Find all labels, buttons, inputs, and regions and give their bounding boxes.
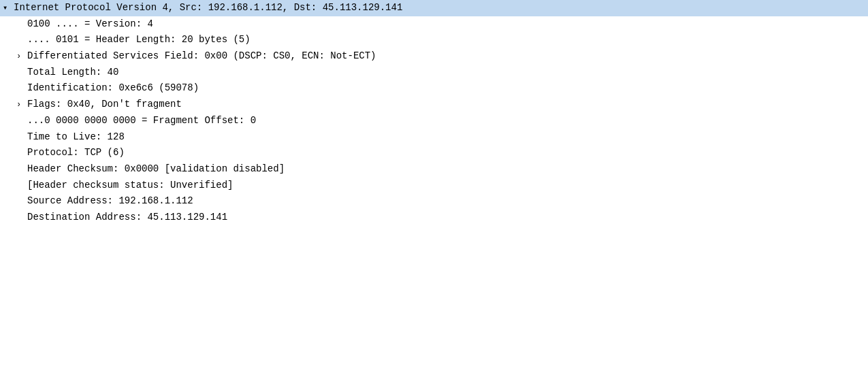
row-content-checksum-status: [Header checksum status: Unverified] xyxy=(16,178,233,193)
row-text-total-length: Total Length: 40 xyxy=(27,67,118,78)
expand-icon[interactable]: › xyxy=(16,99,26,112)
row-content-flags: ›Flags: 0x40, Don't fragment xyxy=(16,97,182,112)
row-text-header-length: .... 0101 = Header Length: 20 bytes (5) xyxy=(27,34,251,45)
row-text-dst-address: Destination Address: 45.113.129.141 xyxy=(27,212,227,223)
row-text-protocol: Protocol: TCP (6) xyxy=(27,147,125,158)
packet-row-version: 0100 .... = Version: 4 xyxy=(0,16,868,33)
packet-row-ipv4-header[interactable]: ▾Internet Protocol Version 4, Src: 192.1… xyxy=(0,0,868,16)
packet-row-src-address: Source Address: 192.168.1.112 xyxy=(0,193,868,210)
expand-icon[interactable]: › xyxy=(16,50,26,63)
packet-row-dscp[interactable]: ›Differentiated Services Field: 0x00 (DS… xyxy=(0,48,868,65)
packet-row-ttl: Time to Live: 128 xyxy=(0,129,868,146)
packet-row-identification: Identification: 0xe6c6 (59078) xyxy=(0,80,868,97)
row-content-dscp: ›Differentiated Services Field: 0x00 (DS… xyxy=(16,49,376,64)
row-content-version: 0100 .... = Version: 4 xyxy=(16,17,153,32)
packet-row-checksum-status: [Header checksum status: Unverified] xyxy=(0,178,868,194)
row-content-total-length: Total Length: 40 xyxy=(16,65,118,80)
row-text-dscp: Differentiated Services Field: 0x00 (DSC… xyxy=(27,50,376,61)
row-content-protocol: Protocol: TCP (6) xyxy=(16,146,125,161)
row-text-ttl: Time to Live: 128 xyxy=(27,131,125,142)
row-text-flags: Flags: 0x40, Don't fragment xyxy=(27,99,182,110)
row-text-version: 0100 .... = Version: 4 xyxy=(27,18,153,29)
row-content-header-checksum: Header Checksum: 0x0000 [validation disa… xyxy=(16,162,285,177)
packet-row-total-length: Total Length: 40 xyxy=(0,65,868,81)
row-text-checksum-status: [Header checksum status: Unverified] xyxy=(27,180,233,191)
row-text-header-checksum: Header Checksum: 0x0000 [validation disa… xyxy=(27,163,285,174)
row-text-fragment-offset: ...0 0000 0000 0000 = Fragment Offset: 0 xyxy=(27,115,256,126)
packet-row-fragment-offset: ...0 0000 0000 0000 = Fragment Offset: 0 xyxy=(0,113,868,129)
row-content-identification: Identification: 0xe6c6 (59078) xyxy=(16,81,199,96)
packet-row-dst-address: Destination Address: 45.113.129.141 xyxy=(0,210,868,226)
row-content-ipv4-header: ▾Internet Protocol Version 4, Src: 192.1… xyxy=(3,1,402,16)
row-content-src-address: Source Address: 192.168.1.112 xyxy=(16,194,193,209)
packet-row-flags[interactable]: ›Flags: 0x40, Don't fragment xyxy=(0,97,868,113)
packet-row-header-length: .... 0101 = Header Length: 20 bytes (5) xyxy=(0,32,868,48)
row-content-header-length: .... 0101 = Header Length: 20 bytes (5) xyxy=(16,33,251,48)
row-content-dst-address: Destination Address: 45.113.129.141 xyxy=(16,210,227,225)
packet-row-header-checksum: Header Checksum: 0x0000 [validation disa… xyxy=(0,161,868,178)
row-content-fragment-offset: ...0 0000 0000 0000 = Fragment Offset: 0 xyxy=(16,114,256,129)
row-text-ipv4-header: Internet Protocol Version 4, Src: 192.16… xyxy=(14,2,402,13)
row-text-identification: Identification: 0xe6c6 (59078) xyxy=(27,82,199,93)
row-content-ttl: Time to Live: 128 xyxy=(16,130,125,145)
row-text-src-address: Source Address: 192.168.1.112 xyxy=(27,195,193,206)
packet-row-protocol: Protocol: TCP (6) xyxy=(0,145,868,161)
packet-detail-panel: ▾Internet Protocol Version 4, Src: 192.1… xyxy=(0,0,868,379)
collapse-icon[interactable]: ▾ xyxy=(3,2,12,15)
